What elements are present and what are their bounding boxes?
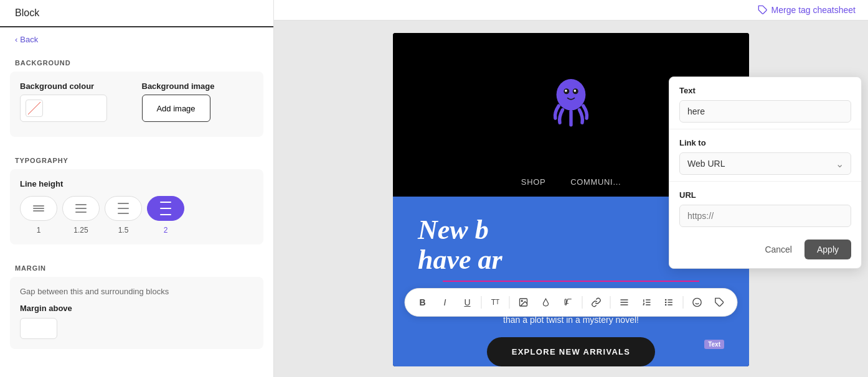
line-2 bbox=[75, 208, 87, 209]
link-type-select[interactable]: Web URL Email Phone bbox=[679, 152, 851, 175]
drop-icon bbox=[542, 298, 550, 307]
svg-point-7 bbox=[521, 300, 522, 301]
popup-url-input[interactable] bbox=[679, 205, 851, 227]
ordered-list-icon bbox=[642, 297, 652, 307]
margin-description: Gap between this and surrounding blocks bbox=[20, 287, 253, 296]
divider-2 bbox=[509, 296, 510, 309]
back-button[interactable]: ‹ Back bbox=[0, 27, 273, 49]
brush-icon bbox=[564, 298, 573, 307]
typography-section-card: Line height bbox=[10, 169, 263, 244]
formatting-toolbar: B I U TT bbox=[405, 288, 738, 317]
popup-cancel-button[interactable]: Cancel bbox=[757, 240, 800, 259]
line-3 bbox=[33, 210, 44, 212]
margin-section-card: Gap between this and surrounding blocks … bbox=[10, 277, 263, 349]
popup-apply-button[interactable]: Apply bbox=[804, 240, 851, 259]
lines-icon-4 bbox=[160, 202, 171, 215]
italic-button[interactable]: I bbox=[435, 292, 455, 312]
octopus-mascot bbox=[543, 73, 599, 129]
add-image-button[interactable]: Add image bbox=[142, 95, 210, 122]
tag-toolbar-icon bbox=[715, 297, 725, 307]
margin-above-label: Margin above bbox=[20, 304, 253, 313]
link-popup: Text Link to Web URL Email Phone ⌄ URL bbox=[669, 77, 862, 269]
popup-url-section: URL bbox=[669, 182, 861, 233]
merge-tag-link[interactable]: Merge tag cheatsheet bbox=[758, 5, 856, 15]
line-height-125[interactable] bbox=[62, 196, 100, 221]
brush-button[interactable] bbox=[559, 292, 578, 312]
align-button[interactable] bbox=[615, 292, 634, 312]
svg-point-20 bbox=[693, 298, 701, 306]
lines-icon-2 bbox=[75, 204, 87, 213]
popup-text-label: Text bbox=[679, 86, 851, 95]
line-2 bbox=[118, 208, 129, 209]
panel-header: Block bbox=[0, 0, 273, 27]
lh-value-15: 1.5 bbox=[105, 226, 142, 235]
divider-4 bbox=[610, 296, 611, 309]
lines-icon-3 bbox=[118, 203, 129, 214]
emoji-button[interactable] bbox=[687, 292, 707, 312]
text-badge: Text bbox=[704, 340, 724, 349]
color-swatch bbox=[26, 100, 43, 117]
panel-title: Block bbox=[15, 7, 39, 26]
margin-section-title: MARGIN bbox=[0, 254, 273, 277]
ordered-list-button[interactable] bbox=[637, 292, 657, 312]
svg-point-5 bbox=[574, 90, 577, 92]
top-bar: Merge tag cheatsheet bbox=[274, 0, 868, 21]
drop-button[interactable] bbox=[536, 292, 556, 312]
line-1 bbox=[118, 203, 129, 204]
popup-link-section: Link to Web URL Email Phone ⌄ bbox=[669, 129, 861, 181]
emoji-icon bbox=[692, 297, 702, 307]
line-2 bbox=[160, 208, 171, 209]
popup-text-section: Text bbox=[669, 77, 861, 129]
svg-point-1 bbox=[557, 79, 586, 110]
margin-above-input[interactable] bbox=[20, 318, 57, 339]
preview-area: SHOP COMMUNI... New bhave ar latest batc… bbox=[274, 21, 868, 377]
svg-point-4 bbox=[565, 90, 567, 92]
main-area: Merge tag cheatsheet bbox=[274, 0, 868, 377]
unordered-list-button[interactable] bbox=[659, 292, 679, 312]
line-height-2[interactable] bbox=[147, 196, 184, 221]
link-type-wrapper: Web URL Email Phone ⌄ bbox=[679, 152, 851, 175]
text-size-button[interactable]: TT bbox=[486, 292, 506, 312]
background-color-picker[interactable] bbox=[20, 95, 107, 122]
typography-section-title: TYPOGRAPHY bbox=[0, 147, 273, 169]
divider-3 bbox=[582, 296, 583, 309]
image-icon bbox=[519, 297, 529, 307]
underline-button[interactable]: U bbox=[458, 292, 478, 312]
lh-value-1: 1 bbox=[20, 226, 57, 235]
lh-value-2: 2 bbox=[147, 226, 184, 235]
tag-toolbar-button[interactable] bbox=[710, 292, 730, 312]
background-color-group: Background colour bbox=[20, 81, 132, 122]
line-3 bbox=[160, 214, 171, 215]
popup-actions: Cancel Apply bbox=[669, 233, 861, 268]
popup-text-input[interactable] bbox=[679, 100, 851, 123]
line-1 bbox=[33, 205, 44, 207]
line-1 bbox=[75, 204, 87, 205]
line-height-1[interactable] bbox=[20, 196, 57, 221]
line-1 bbox=[160, 202, 171, 203]
tag-icon bbox=[758, 5, 768, 15]
explore-button[interactable]: EXPLORE NEW ARRIVALS bbox=[487, 337, 656, 366]
line-height-options bbox=[20, 196, 253, 221]
divider-1 bbox=[481, 296, 482, 309]
link-button[interactable] bbox=[587, 292, 606, 312]
svg-point-17 bbox=[666, 299, 666, 300]
line-3 bbox=[75, 212, 87, 213]
line-height-15[interactable] bbox=[105, 196, 142, 221]
lines-icon-1 bbox=[33, 205, 44, 212]
background-section-card: Background colour Background image Add i… bbox=[10, 72, 263, 137]
background-section-title: BACKGROUND bbox=[0, 49, 273, 72]
left-panel: Block ‹ Back BACKGROUND Background colou… bbox=[0, 0, 274, 377]
svg-point-18 bbox=[666, 302, 666, 302]
background-fields-row: Background colour Background image Add i… bbox=[20, 81, 253, 122]
nav-shop: SHOP bbox=[509, 175, 558, 189]
line-height-label: Line height bbox=[20, 179, 253, 188]
background-image-group: Background image Add image bbox=[142, 81, 254, 122]
no-color-indicator bbox=[28, 102, 40, 114]
background-color-label: Background colour bbox=[20, 81, 132, 91]
bold-button[interactable]: B bbox=[413, 292, 433, 312]
unordered-list-icon bbox=[664, 297, 674, 307]
popup-link-label: Link to bbox=[679, 138, 851, 147]
svg-point-19 bbox=[666, 304, 666, 305]
back-label: Back bbox=[20, 35, 38, 44]
image-button[interactable] bbox=[514, 292, 534, 312]
